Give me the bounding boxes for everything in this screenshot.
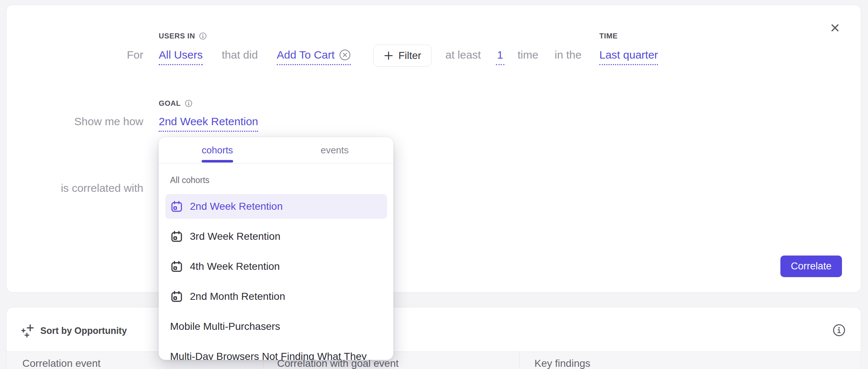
list-item-label: 2nd Week Retention	[190, 201, 283, 212]
time-range-value[interactable]: Last quarter	[599, 47, 658, 65]
list-item-label: Mobile Multi-Purchasers	[170, 321, 280, 332]
info-icon[interactable]	[185, 100, 192, 107]
close-button[interactable]	[828, 20, 842, 35]
time-label: TIME	[599, 31, 618, 40]
column-header-key-findings: Key findings	[534, 358, 591, 369]
remove-event-icon[interactable]	[339, 49, 351, 61]
close-icon	[828, 21, 842, 34]
at-least-text: at least	[445, 47, 481, 63]
column-header-correlation-event: Correlation event	[22, 358, 100, 369]
that-did-text: that did	[222, 47, 258, 63]
dropdown-tabs: cohorts events	[159, 137, 393, 164]
calendar-icon	[170, 200, 183, 213]
count-value[interactable]: 1	[496, 47, 504, 65]
event-value-group[interactable]: Add To Cart	[277, 47, 351, 65]
in-the-text: in the	[555, 47, 581, 63]
time-word-text: time	[518, 47, 538, 63]
all-cohorts-label: All cohorts	[170, 175, 209, 185]
list-item-4th-week-retention[interactable]: 4th Week Retention	[165, 254, 387, 279]
plus-icon	[383, 51, 394, 61]
results-table-header: Correlation event Correlation with goal …	[7, 352, 861, 369]
list-item-2nd-month-retention[interactable]: 2nd Month Retention	[165, 284, 387, 309]
correlation-query-page: USERS IN TIME For All Users that did Add…	[0, 0, 868, 369]
tab-events[interactable]: events	[276, 137, 393, 163]
goal-label: GOAL	[159, 99, 192, 108]
sort-button-label: Sort by Opportunity	[40, 325, 127, 336]
calendar-icon	[170, 290, 183, 303]
results-info-icon[interactable]	[832, 324, 846, 337]
list-item-label: 2nd Month Retention	[190, 291, 285, 302]
list-item-3rd-week-retention[interactable]: 3rd Week Retention	[165, 224, 387, 249]
list-item-mobile-multi-purchasers[interactable]: Mobile Multi-Purchasers	[165, 314, 387, 339]
filter-button-label: Filter	[398, 50, 421, 61]
list-item-label: 3rd Week Retention	[190, 231, 280, 242]
tab-cohorts[interactable]: cohorts	[159, 137, 276, 163]
info-icon[interactable]	[199, 32, 207, 40]
goal-value[interactable]: 2nd Week Retention	[159, 113, 258, 132]
users-value[interactable]: All Users	[159, 47, 203, 65]
cohort-list: 2nd Week Retention 3rd Week Retention 4t…	[159, 194, 393, 360]
is-correlated-with-text: is correlated with	[0, 180, 143, 196]
time-label-text: TIME	[599, 31, 618, 40]
list-item-multi-day-browsers[interactable]: Multi-Day Browsers Not Finding What They	[165, 344, 387, 360]
sort-by-opportunity-button[interactable]: Sort by Opportunity	[21, 324, 127, 338]
list-item-label: Multi-Day Browsers Not Finding What They	[170, 351, 367, 360]
column-divider	[519, 352, 520, 369]
list-item-2nd-week-retention[interactable]: 2nd Week Retention	[165, 194, 387, 219]
calendar-icon	[170, 260, 183, 273]
add-filter-button[interactable]: Filter	[373, 45, 431, 67]
for-text: For	[0, 47, 143, 63]
users-in-label-text: USERS IN	[159, 31, 195, 40]
correlate-button[interactable]: Correlate	[780, 256, 842, 277]
cohort-picker-dropdown: cohorts events All cohorts 2nd Week Rete…	[159, 137, 393, 360]
users-in-label: USERS IN	[159, 31, 207, 40]
sparkle-sort-icon	[21, 324, 34, 338]
goal-label-text: GOAL	[159, 99, 181, 108]
calendar-icon	[170, 230, 183, 243]
list-item-label: 4th Week Retention	[190, 261, 280, 272]
show-me-how-text: Show me how	[0, 113, 143, 130]
event-value[interactable]: Add To Cart	[277, 47, 335, 63]
